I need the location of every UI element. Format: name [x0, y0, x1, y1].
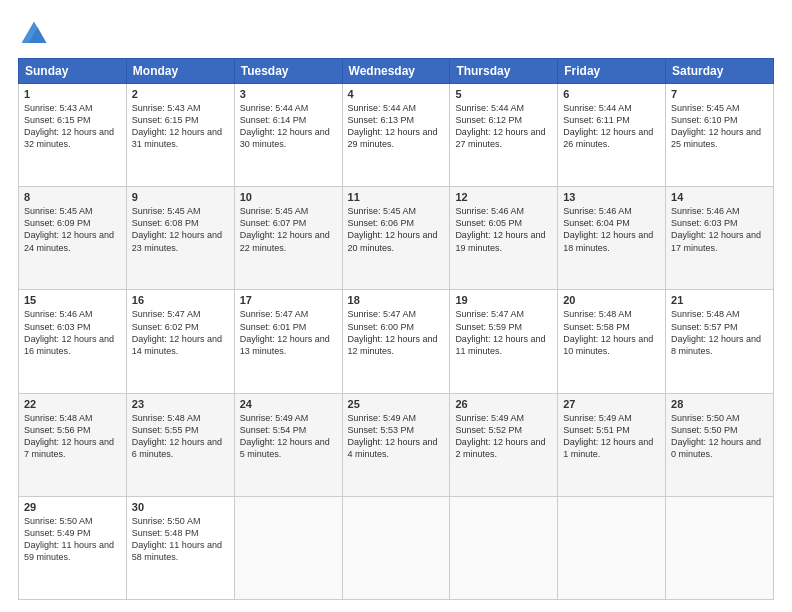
calendar-cell: 6Sunrise: 5:44 AMSunset: 6:11 PMDaylight… [558, 84, 666, 187]
cell-text: Sunrise: 5:46 AMSunset: 6:03 PMDaylight:… [24, 309, 114, 355]
day-number: 15 [24, 294, 121, 306]
logo [18, 18, 54, 50]
day-number: 16 [132, 294, 229, 306]
day-number: 7 [671, 88, 768, 100]
day-number: 10 [240, 191, 337, 203]
cell-text: Sunrise: 5:43 AMSunset: 6:15 PMDaylight:… [132, 103, 222, 149]
calendar-cell: 5Sunrise: 5:44 AMSunset: 6:12 PMDaylight… [450, 84, 558, 187]
calendar-cell: 11Sunrise: 5:45 AMSunset: 6:06 PMDayligh… [342, 187, 450, 290]
cell-text: Sunrise: 5:45 AMSunset: 6:10 PMDaylight:… [671, 103, 761, 149]
day-number: 26 [455, 398, 552, 410]
calendar-cell: 30Sunrise: 5:50 AMSunset: 5:48 PMDayligh… [126, 496, 234, 599]
page: SundayMondayTuesdayWednesdayThursdayFrid… [0, 0, 792, 612]
calendar-table: SundayMondayTuesdayWednesdayThursdayFrid… [18, 58, 774, 600]
cell-text: Sunrise: 5:45 AMSunset: 6:09 PMDaylight:… [24, 206, 114, 252]
calendar-cell: 27Sunrise: 5:49 AMSunset: 5:51 PMDayligh… [558, 393, 666, 496]
day-number: 20 [563, 294, 660, 306]
calendar-cell: 14Sunrise: 5:46 AMSunset: 6:03 PMDayligh… [666, 187, 774, 290]
calendar-cell: 19Sunrise: 5:47 AMSunset: 5:59 PMDayligh… [450, 290, 558, 393]
column-header: Saturday [666, 59, 774, 84]
day-number: 28 [671, 398, 768, 410]
calendar-cell: 24Sunrise: 5:49 AMSunset: 5:54 PMDayligh… [234, 393, 342, 496]
cell-text: Sunrise: 5:43 AMSunset: 6:15 PMDaylight:… [24, 103, 114, 149]
day-number: 21 [671, 294, 768, 306]
day-number: 12 [455, 191, 552, 203]
cell-text: Sunrise: 5:50 AMSunset: 5:48 PMDaylight:… [132, 516, 222, 562]
cell-text: Sunrise: 5:49 AMSunset: 5:54 PMDaylight:… [240, 413, 330, 459]
calendar-cell [234, 496, 342, 599]
cell-text: Sunrise: 5:45 AMSunset: 6:07 PMDaylight:… [240, 206, 330, 252]
cell-text: Sunrise: 5:46 AMSunset: 6:05 PMDaylight:… [455, 206, 545, 252]
calendar-cell [342, 496, 450, 599]
calendar-week-row: 22Sunrise: 5:48 AMSunset: 5:56 PMDayligh… [19, 393, 774, 496]
day-number: 3 [240, 88, 337, 100]
cell-text: Sunrise: 5:45 AMSunset: 6:06 PMDaylight:… [348, 206, 438, 252]
calendar-cell [558, 496, 666, 599]
column-header: Monday [126, 59, 234, 84]
cell-text: Sunrise: 5:48 AMSunset: 5:56 PMDaylight:… [24, 413, 114, 459]
day-number: 18 [348, 294, 445, 306]
day-number: 30 [132, 501, 229, 513]
day-number: 2 [132, 88, 229, 100]
cell-text: Sunrise: 5:49 AMSunset: 5:51 PMDaylight:… [563, 413, 653, 459]
cell-text: Sunrise: 5:48 AMSunset: 5:57 PMDaylight:… [671, 309, 761, 355]
calendar-cell: 4Sunrise: 5:44 AMSunset: 6:13 PMDaylight… [342, 84, 450, 187]
day-number: 23 [132, 398, 229, 410]
cell-text: Sunrise: 5:46 AMSunset: 6:04 PMDaylight:… [563, 206, 653, 252]
calendar-cell: 13Sunrise: 5:46 AMSunset: 6:04 PMDayligh… [558, 187, 666, 290]
day-number: 9 [132, 191, 229, 203]
day-number: 24 [240, 398, 337, 410]
calendar-week-row: 1Sunrise: 5:43 AMSunset: 6:15 PMDaylight… [19, 84, 774, 187]
day-number: 4 [348, 88, 445, 100]
cell-text: Sunrise: 5:47 AMSunset: 5:59 PMDaylight:… [455, 309, 545, 355]
calendar-cell: 17Sunrise: 5:47 AMSunset: 6:01 PMDayligh… [234, 290, 342, 393]
cell-text: Sunrise: 5:50 AMSunset: 5:49 PMDaylight:… [24, 516, 114, 562]
column-header: Tuesday [234, 59, 342, 84]
calendar-cell: 25Sunrise: 5:49 AMSunset: 5:53 PMDayligh… [342, 393, 450, 496]
calendar-cell: 3Sunrise: 5:44 AMSunset: 6:14 PMDaylight… [234, 84, 342, 187]
column-header: Sunday [19, 59, 127, 84]
calendar-cell: 23Sunrise: 5:48 AMSunset: 5:55 PMDayligh… [126, 393, 234, 496]
column-header: Thursday [450, 59, 558, 84]
cell-text: Sunrise: 5:46 AMSunset: 6:03 PMDaylight:… [671, 206, 761, 252]
calendar-cell: 10Sunrise: 5:45 AMSunset: 6:07 PMDayligh… [234, 187, 342, 290]
day-number: 6 [563, 88, 660, 100]
calendar-cell: 22Sunrise: 5:48 AMSunset: 5:56 PMDayligh… [19, 393, 127, 496]
cell-text: Sunrise: 5:47 AMSunset: 6:02 PMDaylight:… [132, 309, 222, 355]
day-number: 13 [563, 191, 660, 203]
cell-text: Sunrise: 5:44 AMSunset: 6:13 PMDaylight:… [348, 103, 438, 149]
calendar-cell: 18Sunrise: 5:47 AMSunset: 6:00 PMDayligh… [342, 290, 450, 393]
calendar-cell: 26Sunrise: 5:49 AMSunset: 5:52 PMDayligh… [450, 393, 558, 496]
cell-text: Sunrise: 5:44 AMSunset: 6:14 PMDaylight:… [240, 103, 330, 149]
calendar-body: 1Sunrise: 5:43 AMSunset: 6:15 PMDaylight… [19, 84, 774, 600]
day-number: 25 [348, 398, 445, 410]
logo-icon [18, 18, 50, 50]
day-number: 14 [671, 191, 768, 203]
calendar-cell: 2Sunrise: 5:43 AMSunset: 6:15 PMDaylight… [126, 84, 234, 187]
calendar-cell: 9Sunrise: 5:45 AMSunset: 6:08 PMDaylight… [126, 187, 234, 290]
calendar-cell: 7Sunrise: 5:45 AMSunset: 6:10 PMDaylight… [666, 84, 774, 187]
calendar-cell: 29Sunrise: 5:50 AMSunset: 5:49 PMDayligh… [19, 496, 127, 599]
cell-text: Sunrise: 5:47 AMSunset: 6:00 PMDaylight:… [348, 309, 438, 355]
day-number: 8 [24, 191, 121, 203]
cell-text: Sunrise: 5:48 AMSunset: 5:58 PMDaylight:… [563, 309, 653, 355]
calendar-cell: 8Sunrise: 5:45 AMSunset: 6:09 PMDaylight… [19, 187, 127, 290]
day-number: 17 [240, 294, 337, 306]
calendar-cell: 28Sunrise: 5:50 AMSunset: 5:50 PMDayligh… [666, 393, 774, 496]
column-header: Friday [558, 59, 666, 84]
calendar-cell: 1Sunrise: 5:43 AMSunset: 6:15 PMDaylight… [19, 84, 127, 187]
calendar-week-row: 8Sunrise: 5:45 AMSunset: 6:09 PMDaylight… [19, 187, 774, 290]
calendar-cell: 21Sunrise: 5:48 AMSunset: 5:57 PMDayligh… [666, 290, 774, 393]
header [18, 18, 774, 50]
column-header: Wednesday [342, 59, 450, 84]
cell-text: Sunrise: 5:49 AMSunset: 5:53 PMDaylight:… [348, 413, 438, 459]
day-number: 29 [24, 501, 121, 513]
day-number: 19 [455, 294, 552, 306]
calendar-cell: 16Sunrise: 5:47 AMSunset: 6:02 PMDayligh… [126, 290, 234, 393]
calendar-week-row: 15Sunrise: 5:46 AMSunset: 6:03 PMDayligh… [19, 290, 774, 393]
cell-text: Sunrise: 5:48 AMSunset: 5:55 PMDaylight:… [132, 413, 222, 459]
day-number: 27 [563, 398, 660, 410]
day-number: 5 [455, 88, 552, 100]
day-number: 22 [24, 398, 121, 410]
cell-text: Sunrise: 5:44 AMSunset: 6:12 PMDaylight:… [455, 103, 545, 149]
